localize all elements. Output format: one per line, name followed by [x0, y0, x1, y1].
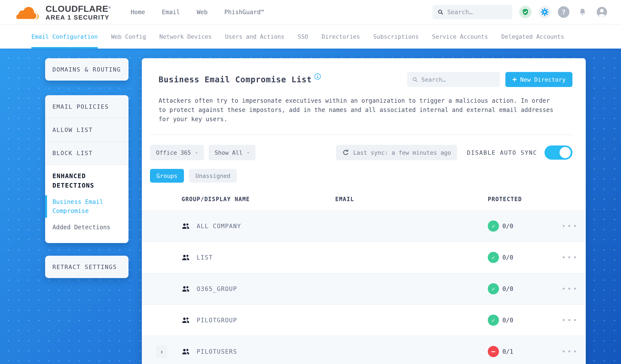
- protected-count: 0/0: [502, 223, 513, 230]
- group-icon: [182, 285, 190, 293]
- search-icon: [412, 76, 418, 83]
- group-name: PILOTGROUP: [197, 317, 335, 324]
- group-name: ALL COMPANY: [197, 223, 335, 230]
- sidebar-item-email-policies[interactable]: EMAIL POLICIES: [45, 95, 128, 118]
- main-panel: Business Email Compromise List i + New D…: [142, 58, 586, 364]
- shield-check-icon: [521, 8, 529, 16]
- list-search-input[interactable]: [421, 76, 495, 83]
- group-icon: [182, 254, 190, 261]
- table-row: › LIST ✓0/0 •••: [142, 242, 586, 273]
- sidebar-item-added-detections[interactable]: Added Detections: [52, 220, 121, 234]
- notifications-button[interactable]: [576, 6, 589, 18]
- nav-home[interactable]: Home: [131, 9, 145, 16]
- account-button[interactable]: [596, 6, 608, 18]
- group-icon: [182, 317, 190, 324]
- table-header: GROUP/DISPLAY NAME EMAIL PROTECTED: [142, 192, 586, 210]
- sidebar-item-business-email-compromise[interactable]: Business Email Compromise: [52, 195, 121, 218]
- section-tabbar: Email Configuration Web Config Network D…: [0, 24, 621, 49]
- search-icon: [437, 9, 444, 16]
- view-tab-unassigned[interactable]: Unassigned: [189, 169, 237, 183]
- app-header: CLOUDFLARE® AREA 1 SECURITY Home Email W…: [0, 0, 621, 24]
- sidebar-policies-card: EMAIL POLICIES ALLOW LIST BLOCK LIST ENH…: [45, 95, 128, 243]
- tab-network-devices[interactable]: Network Devices: [159, 24, 212, 49]
- sidebar-section-enhanced-detections: ENHANCED DETECTIONS Business Email Compr…: [45, 165, 128, 243]
- table-row: › PILOTGROUP ✓0/0 •••: [142, 304, 586, 336]
- chevron-down-icon: ▾: [247, 150, 249, 155]
- protected-badge: ✓: [488, 221, 499, 232]
- show-filter-dropdown[interactable]: Show All ▾: [209, 145, 256, 160]
- settings-button[interactable]: [538, 6, 551, 18]
- avatar-icon: [596, 6, 608, 18]
- content-area: DOMAINS & ROUTING EMAIL POLICIES ALLOW L…: [0, 49, 621, 364]
- protected-count: 0/0: [502, 254, 513, 261]
- table-row: › ALL COMPANY ✓0/0 •••: [142, 210, 586, 242]
- row-actions-button[interactable]: •••: [562, 347, 579, 356]
- primary-nav: Home Email Web PhishGuard™: [131, 9, 264, 16]
- page-description: Attackers often try to impersonate execu…: [142, 87, 571, 124]
- group-name: PILOTUSERS: [197, 348, 335, 355]
- sidebar-item-allow-list[interactable]: ALLOW LIST: [45, 118, 128, 142]
- page-title: Business Email Compromise List: [159, 75, 312, 84]
- row-actions-button[interactable]: •••: [562, 253, 579, 261]
- expand-button[interactable]: ›: [157, 345, 167, 358]
- protected-badge: ✓: [488, 252, 499, 263]
- security-status-button[interactable]: [519, 6, 532, 18]
- row-actions-button[interactable]: •••: [562, 316, 579, 324]
- sidebar: DOMAINS & ROUTING EMAIL POLICIES ALLOW L…: [45, 58, 128, 278]
- column-header-protected: PROTECTED: [488, 196, 554, 202]
- table-row: › PILOTUSERS −0/1 •••: [142, 336, 586, 364]
- tab-service-accounts[interactable]: Service Accounts: [432, 24, 488, 49]
- auto-sync-toggle[interactable]: [545, 145, 572, 160]
- registered-mark: ®: [108, 6, 111, 9]
- protected-count: 0/0: [502, 317, 513, 324]
- row-actions-button[interactable]: •••: [562, 285, 579, 293]
- sidebar-item-enhanced-detections[interactable]: ENHANCED DETECTIONS: [52, 171, 121, 190]
- protected-badge: ✓: [488, 283, 499, 295]
- cloudflare-cloud-icon: [12, 2, 42, 22]
- sidebar-item-block-list[interactable]: BLOCK LIST: [45, 142, 128, 165]
- tab-email-configuration[interactable]: Email Configuration: [31, 24, 98, 49]
- plus-icon: +: [512, 75, 517, 84]
- nav-web[interactable]: Web: [197, 9, 207, 16]
- row-actions-button[interactable]: •••: [562, 222, 579, 230]
- brand-subtitle: AREA 1 SECURITY: [46, 14, 111, 21]
- new-directory-button[interactable]: + New Directory: [505, 72, 572, 87]
- tab-directories[interactable]: Directories: [321, 24, 360, 49]
- protected-badge: ✓: [488, 314, 499, 326]
- tab-users-and-actions[interactable]: Users and Actions: [225, 24, 284, 49]
- group-icon: [182, 348, 190, 355]
- global-search-input[interactable]: [447, 9, 507, 16]
- gear-icon: [540, 8, 549, 16]
- table-row: › O365_GROUP ✓0/0 •••: [142, 273, 586, 304]
- refresh-icon: [342, 149, 349, 156]
- info-icon[interactable]: i: [314, 73, 321, 80]
- group-icon: [182, 223, 190, 230]
- nav-phishguard[interactable]: PhishGuard™: [224, 9, 264, 16]
- sidebar-item-domains-routing[interactable]: DOMAINS & ROUTING: [45, 58, 128, 81]
- brand-name: CLOUDFLARE®: [46, 3, 111, 14]
- tab-web-config[interactable]: Web Config: [111, 24, 146, 49]
- last-sync-status[interactable]: Last sync: a few minutes ago: [336, 145, 457, 160]
- list-search[interactable]: [407, 72, 500, 87]
- sidebar-item-retract-settings[interactable]: RETRACT SETTINGS: [45, 256, 128, 278]
- cloudflare-logo[interactable]: CLOUDFLARE® AREA 1 SECURITY: [12, 2, 111, 22]
- bell-icon: [578, 8, 586, 16]
- auto-sync-label: DISABLE AUTO SYNC: [467, 149, 537, 156]
- tab-subscriptions[interactable]: Subscriptions: [373, 24, 419, 49]
- global-search[interactable]: [432, 5, 512, 19]
- column-header-email: EMAIL: [335, 196, 488, 202]
- toggle-knob: [560, 147, 571, 158]
- sidebar-item-label: RETRACT SETTINGS: [52, 264, 117, 270]
- tab-sso[interactable]: SSO: [298, 24, 308, 49]
- question-icon: ?: [562, 8, 566, 16]
- sidebar-item-label: DOMAINS & ROUTING: [52, 66, 121, 73]
- nav-email[interactable]: Email: [162, 9, 180, 16]
- help-button[interactable]: ?: [558, 6, 569, 18]
- column-header-name: GROUP/DISPLAY NAME: [182, 196, 335, 202]
- source-dropdown[interactable]: Office 365 ▾: [150, 145, 204, 160]
- tab-delegated-accounts[interactable]: Delegated Accounts: [501, 24, 564, 49]
- group-name: LIST: [197, 254, 335, 261]
- protected-count: 0/0: [502, 285, 513, 293]
- view-tab-groups[interactable]: Groups: [150, 169, 184, 183]
- chevron-down-icon: ▾: [195, 150, 198, 155]
